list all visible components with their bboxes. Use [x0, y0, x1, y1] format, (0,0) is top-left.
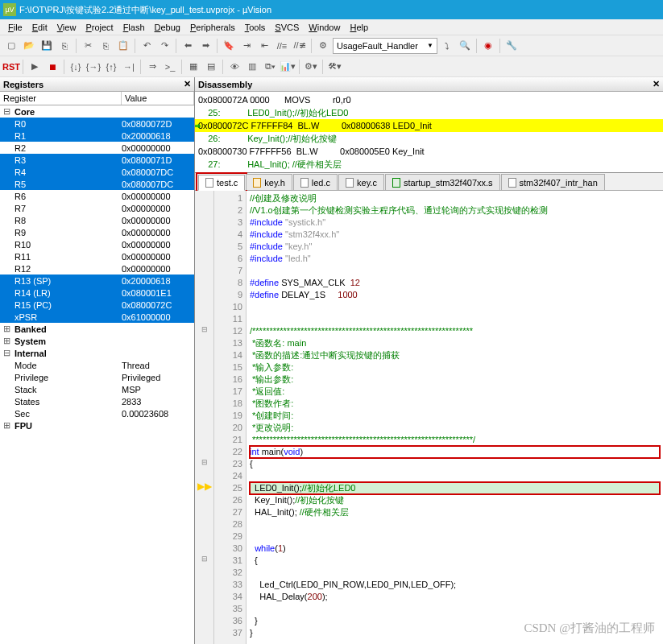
code-line[interactable]: //创建及修改说明: [250, 192, 660, 204]
show-next-icon[interactable]: ⇒: [144, 59, 160, 75]
code-line[interactable]: #include "systick.h": [250, 217, 660, 229]
code-body[interactable]: //创建及修改说明//V1.o创建第一个按键检测实验主程序代码、通过轮询的方式实…: [247, 191, 663, 644]
undo-icon[interactable]: ↶: [139, 38, 155, 54]
register-row[interactable]: R120x00000000: [0, 262, 194, 275]
register-row[interactable]: Sec0.00023608: [0, 407, 194, 419]
code-line[interactable]: [250, 313, 660, 325]
register-row[interactable]: ⊞Banked: [0, 323, 194, 335]
register-row[interactable]: R90x00000000: [0, 226, 194, 238]
code-line[interactable]: *返回值:: [250, 386, 660, 398]
register-row[interactable]: ⊞FPU: [0, 419, 194, 431]
disasm-line[interactable]: 0x0800072A 0000 MOVS r0,r0: [195, 93, 663, 106]
editor-margin[interactable]: ⊟⊟▶▶⊟: [195, 191, 214, 644]
menu-flash[interactable]: Flash: [118, 21, 150, 34]
register-row[interactable]: R20x00000000: [0, 142, 194, 154]
register-row[interactable]: R80x00000000: [0, 214, 194, 226]
find-icon[interactable]: ⚙: [315, 38, 331, 54]
code-line[interactable]: while(1): [250, 543, 660, 555]
menu-help[interactable]: Help: [345, 21, 373, 34]
tab-key-h[interactable]: key.h: [246, 174, 292, 190]
code-line[interactable]: [250, 265, 660, 277]
regs-window-icon[interactable]: ▤: [203, 59, 219, 75]
code-line[interactable]: {: [250, 458, 660, 470]
register-row[interactable]: R40x080007DC: [0, 166, 194, 178]
config-icon[interactable]: 🔧: [503, 38, 520, 54]
paste-icon[interactable]: 📋: [115, 38, 131, 54]
register-row[interactable]: xPSR0x61000000: [0, 311, 194, 323]
code-line[interactable]: LED0_Init();//初始化LED0: [250, 482, 660, 494]
code-line[interactable]: {: [250, 555, 660, 567]
register-row[interactable]: R60x00000000: [0, 190, 194, 202]
run-to-cursor-icon[interactable]: →|: [121, 59, 137, 75]
register-row[interactable]: R50x080007DC: [0, 178, 194, 190]
register-row[interactable]: R100x00000000: [0, 238, 194, 250]
toolbox-icon[interactable]: 🛠▾: [326, 59, 342, 75]
run-icon[interactable]: ▶: [27, 59, 43, 75]
disasm-line[interactable]: 27: HAL_Init(); //硬件相关层: [195, 158, 663, 171]
menu-project[interactable]: Project: [81, 21, 118, 34]
menu-tools[interactable]: Tools: [240, 21, 271, 34]
save-icon[interactable]: 💾: [39, 38, 55, 54]
step-out-icon[interactable]: {↑}: [103, 59, 119, 75]
register-row[interactable]: States2833: [0, 395, 194, 407]
register-row[interactable]: ⊟Internal: [0, 347, 194, 359]
code-line[interactable]: #include "key.h": [250, 241, 660, 253]
register-row[interactable]: R10x20000618: [0, 130, 194, 142]
menu-debug[interactable]: Debug: [150, 21, 185, 34]
code-line[interactable]: [250, 567, 660, 579]
memory-icon[interactable]: ▥: [244, 59, 260, 75]
stop-icon[interactable]: ⏹: [44, 59, 60, 75]
code-line[interactable]: *更改说明:: [250, 422, 660, 434]
menu-view[interactable]: View: [52, 21, 81, 34]
step-over-icon[interactable]: {→}: [85, 59, 102, 75]
code-editor[interactable]: ⊟⊟▶▶⊟ 1234567891011121314151617181920212…: [195, 191, 663, 644]
code-line[interactable]: *输入参数:: [250, 361, 660, 374]
code-line[interactable]: //V1.o创建第一个按键检测实验主程序代码、通过轮询的方式实现按键的检测: [250, 204, 660, 217]
disasm-line[interactable]: 26: Key_Init();//初始化按键: [195, 132, 663, 145]
tab-test-c[interactable]: test.c: [198, 175, 245, 191]
menu-peripherals[interactable]: Peripherals: [185, 21, 240, 34]
register-row[interactable]: ⊞System: [0, 335, 194, 347]
register-row[interactable]: R14 (LR)0x080001E1: [0, 287, 194, 299]
code-line[interactable]: [250, 518, 660, 530]
tab-startup_stm32f407xx-s[interactable]: startup_stm32f407xx.s: [385, 174, 500, 190]
goto-icon[interactable]: ⤵: [439, 38, 455, 54]
code-line[interactable]: ****************************************…: [250, 434, 660, 446]
uncomment-icon[interactable]: //≢: [292, 38, 308, 54]
comment-icon[interactable]: //≡: [274, 38, 290, 54]
code-line[interactable]: int main(void): [250, 446, 660, 458]
redo-icon[interactable]: ↷: [156, 38, 172, 54]
disassembly-body[interactable]: 0x0800072A 0000 MOVS r0,r0 25: LED0_Init…: [195, 92, 663, 172]
menu-file[interactable]: File: [3, 21, 27, 34]
disasm-line[interactable]: 0x08000730 F7FFFF56 BL.W 0x080005E0 Key_…: [195, 145, 663, 158]
code-line[interactable]: *输出参数:: [250, 374, 660, 386]
tab-stm32f407_intr_han[interactable]: stm32f407_intr_han: [501, 174, 605, 190]
code-line[interactable]: Led_Ctrl(LED0_PIN_ROW,LED0_PIN,LED_OFF);: [250, 579, 660, 591]
tab-led-c[interactable]: led.c: [293, 174, 338, 190]
code-line[interactable]: *图数作者:: [250, 398, 660, 410]
register-row[interactable]: R15 (PC)0x0800072C: [0, 299, 194, 311]
search-icon[interactable]: 🔍: [457, 38, 473, 54]
nav-back-icon[interactable]: ⬅: [180, 38, 196, 54]
disasm-window-icon[interactable]: ▦: [185, 59, 201, 75]
menu-svcs[interactable]: SVCS: [270, 21, 304, 34]
code-line[interactable]: #define SYS_MAX_CLK 12: [250, 277, 660, 289]
nav-fwd-icon[interactable]: ➡: [197, 38, 213, 54]
disasm-line[interactable]: 25: LED0_Init();//初始化LED0: [195, 106, 663, 119]
register-row[interactable]: R70x00000000: [0, 202, 194, 214]
code-line[interactable]: #define DELAY_1S 1000: [250, 289, 660, 301]
code-line[interactable]: [250, 301, 660, 313]
register-row[interactable]: R30x0800071D: [0, 154, 194, 166]
bookmark-icon[interactable]: 🔖: [221, 38, 237, 54]
code-line[interactable]: /***************************************…: [250, 325, 660, 337]
function-combo[interactable]: UsageFault_Handler▼: [333, 38, 437, 54]
menu-bar[interactable]: FileEditViewProjectFlashDebugPeripherals…: [0, 19, 663, 35]
register-row[interactable]: StackMSP: [0, 383, 194, 395]
tab-key-c[interactable]: key.c: [338, 174, 384, 190]
debug-icon[interactable]: ◉: [480, 38, 496, 54]
cut-icon[interactable]: ✂: [80, 38, 96, 54]
register-row[interactable]: ⊟Core: [0, 105, 194, 118]
code-line[interactable]: HAL_Init(); //硬件相关层: [250, 506, 660, 518]
code-line[interactable]: #include "stm32f4xx.h": [250, 229, 660, 241]
close-icon[interactable]: ✕: [184, 79, 191, 89]
